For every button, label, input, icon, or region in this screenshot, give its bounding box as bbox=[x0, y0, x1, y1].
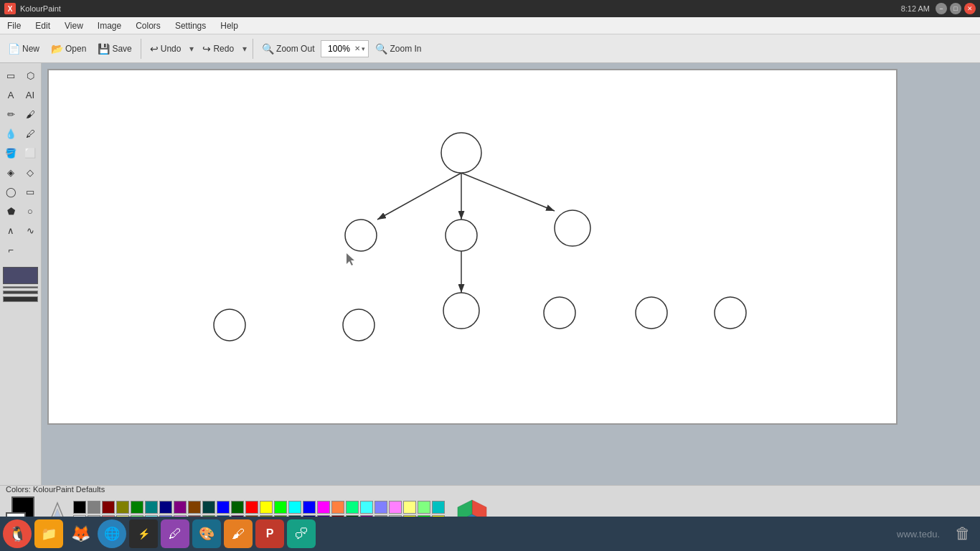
smudge-tool[interactable]: ◇ bbox=[21, 163, 39, 182]
line-tool[interactable]: ∧ bbox=[1, 221, 20, 240]
color-swatch[interactable] bbox=[274, 501, 287, 514]
menu-edit[interactable]: Edit bbox=[28, 17, 57, 34]
canvas-area[interactable] bbox=[42, 63, 980, 485]
save-button[interactable]: 💾 Save bbox=[93, 40, 136, 57]
new-button[interactable]: 📄 New bbox=[3, 40, 44, 57]
color-swatch[interactable] bbox=[159, 501, 172, 514]
taskbar-browser[interactable]: 🌐 bbox=[98, 519, 126, 548]
taskbar: 🐧 📁 🦊 🌐 ⚡ 🖊 🎨 🖌 P 🗪 www.tedu. 🗑 bbox=[0, 517, 980, 551]
palette-row-1 bbox=[73, 501, 445, 514]
airbrush-tool[interactable]: 💧 bbox=[1, 124, 20, 143]
open-label: Open bbox=[65, 44, 86, 54]
eraser-tool[interactable]: ⬜ bbox=[21, 143, 39, 162]
color-swatch[interactable] bbox=[188, 501, 201, 514]
menu-settings[interactable]: Settings bbox=[168, 17, 213, 34]
ai-tool[interactable]: AI bbox=[21, 85, 39, 104]
fill-tool[interactable]: 🪣 bbox=[1, 143, 20, 162]
color-swatch[interactable] bbox=[231, 501, 244, 514]
color-swatch[interactable] bbox=[303, 501, 316, 514]
menu-file[interactable]: File bbox=[0, 17, 28, 34]
title-bar: X KolourPaint 8:12 AM − □ ✕ bbox=[0, 0, 980, 17]
line-style-thick[interactable] bbox=[3, 296, 38, 302]
brush-tool[interactable]: 🖌 bbox=[21, 105, 39, 123]
taskbar-firefox[interactable]: 🦊 bbox=[66, 519, 95, 548]
zoom-dropdown-icon[interactable]: ▾ bbox=[362, 45, 365, 52]
color-swatch[interactable] bbox=[418, 501, 430, 514]
taskbar-browser2[interactable]: 🗪 bbox=[287, 519, 316, 548]
menu-help[interactable]: Help bbox=[213, 17, 245, 34]
separator-2 bbox=[253, 39, 253, 59]
drawing-canvas[interactable] bbox=[47, 69, 897, 425]
color-swatch[interactable] bbox=[245, 501, 258, 514]
rect-shape-tool[interactable]: ▭ bbox=[21, 182, 39, 201]
color-swatch[interactable] bbox=[374, 501, 387, 514]
taskbar-kolour[interactable]: 🖌 bbox=[224, 519, 253, 548]
color-swatch[interactable] bbox=[202, 501, 215, 514]
undo-button[interactable]: ↩ Undo bbox=[145, 40, 187, 57]
color-swatch[interactable] bbox=[102, 501, 115, 514]
menu-colors[interactable]: Colors bbox=[128, 17, 168, 34]
tool-row-4: 💧 🖊 bbox=[1, 124, 39, 143]
color-swatch[interactable] bbox=[260, 501, 273, 514]
color-swatch[interactable] bbox=[432, 501, 445, 514]
svg-line-3 bbox=[461, 173, 555, 211]
color-swatch[interactable] bbox=[73, 501, 86, 514]
minimize-button[interactable]: − bbox=[936, 3, 947, 14]
taskbar-right: www.tedu. 🗑 bbox=[897, 519, 977, 548]
color-swatch[interactable] bbox=[131, 501, 143, 514]
taskbar-ubuntu[interactable]: 🐧 bbox=[3, 519, 32, 548]
taskbar-krita[interactable]: 🎨 bbox=[192, 519, 221, 548]
menu-image[interactable]: Image bbox=[90, 17, 128, 34]
color-swatch[interactable] bbox=[288, 501, 301, 514]
taskbar-trash[interactable]: 🗑 bbox=[948, 519, 977, 548]
taskbar-ppt[interactable]: P bbox=[255, 519, 284, 548]
blur-tool[interactable]: ◈ bbox=[1, 163, 20, 182]
ellipse-shape-tool[interactable]: ◯ bbox=[1, 182, 20, 201]
zoom-input[interactable] bbox=[324, 44, 353, 54]
open-button[interactable]: 📂 Open bbox=[46, 40, 91, 57]
zoom-out-button[interactable]: 🔍 Zoom Out bbox=[257, 40, 319, 57]
taskbar-paint[interactable]: 🖊 bbox=[161, 519, 189, 548]
color-swatch[interactable] bbox=[174, 501, 187, 514]
curve-tool[interactable]: ∿ bbox=[21, 221, 39, 240]
color-swatch[interactable] bbox=[217, 501, 230, 514]
redo-button[interactable]: ↪ Redo bbox=[197, 40, 239, 57]
color-swatch[interactable] bbox=[360, 501, 373, 514]
freehand-tool[interactable]: ○ bbox=[21, 202, 39, 220]
tool-row-9: ∧ ∿ bbox=[1, 221, 39, 240]
color-picker-tool[interactable]: 🖊 bbox=[21, 124, 39, 143]
color-swatch[interactable] bbox=[389, 501, 402, 514]
rect-select-tool[interactable]: ▭ bbox=[1, 66, 20, 85]
svg-point-11 bbox=[343, 309, 374, 341]
color-swatch[interactable] bbox=[116, 501, 129, 514]
color-swatch[interactable] bbox=[317, 501, 330, 514]
svg-point-12 bbox=[544, 297, 575, 329]
polygon-tool[interactable]: ⬟ bbox=[1, 202, 20, 220]
app-icon: X bbox=[4, 3, 16, 14]
color-swatch[interactable] bbox=[346, 501, 359, 514]
line-style-thin[interactable] bbox=[3, 286, 38, 288]
line-style-medium[interactable] bbox=[3, 291, 38, 294]
taskbar-terminal[interactable]: ⚡ bbox=[129, 519, 158, 548]
menu-bar: File Edit View Image Colors Settings Hel… bbox=[0, 17, 980, 34]
menu-view[interactable]: View bbox=[57, 17, 90, 34]
taskbar-files[interactable]: 📁 bbox=[34, 519, 63, 548]
color-swatch[interactable] bbox=[88, 501, 100, 514]
watermark-text: www.tedu. bbox=[897, 529, 940, 540]
pencil-tool[interactable]: ✏ bbox=[1, 105, 20, 123]
zoom-clear-icon[interactable]: ✕ bbox=[354, 44, 360, 52]
tool-row-6: ◈ ◇ bbox=[1, 163, 39, 182]
text-tool[interactable]: A bbox=[1, 85, 20, 104]
zoom-in-button[interactable]: 🔍 Zoom In bbox=[370, 40, 426, 57]
maximize-button[interactable]: □ bbox=[950, 3, 961, 14]
free-select-tool[interactable]: ⬡ bbox=[21, 66, 39, 85]
new-icon: 📄 bbox=[8, 43, 20, 55]
undo-dropdown[interactable]: ▾ bbox=[187, 42, 196, 56]
color-swatch[interactable] bbox=[331, 501, 344, 514]
redo-dropdown[interactable]: ▾ bbox=[240, 42, 249, 56]
close-button[interactable]: ✕ bbox=[964, 3, 976, 14]
color-swatch[interactable] bbox=[403, 501, 416, 514]
color-swatch[interactable] bbox=[145, 501, 158, 514]
crop-tool[interactable]: ⌐ bbox=[1, 240, 20, 259]
main-area: ▭ ⬡ A AI ✏ 🖌 💧 🖊 🪣 ⬜ ◈ ◇ ◯ ▭ bbox=[0, 63, 980, 485]
